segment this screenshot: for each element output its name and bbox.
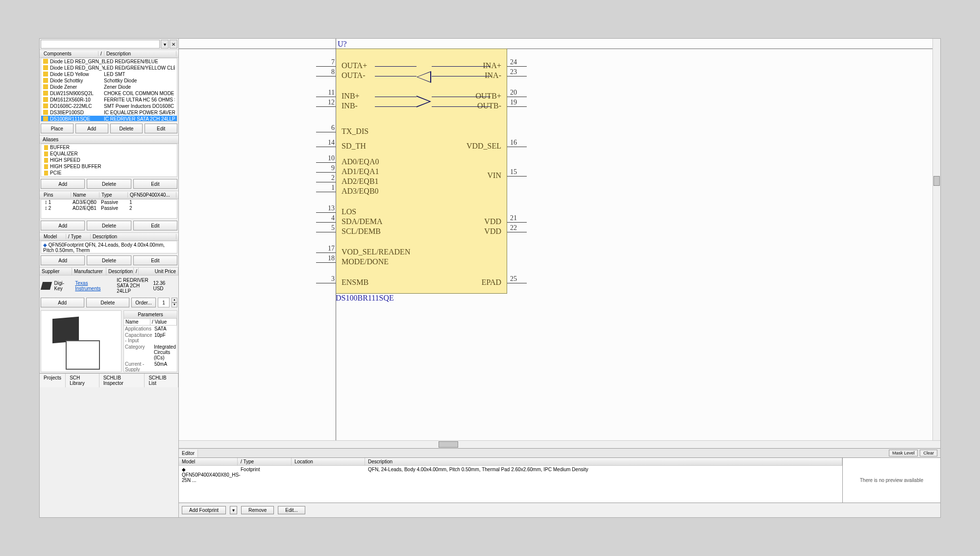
pin-stub [316,182,336,182]
pin-stub [507,176,527,177]
alias-icon [44,158,48,163]
add-footprint-dropdown-icon[interactable]: ▾ [230,506,237,514]
bottom-tab-schlib-list[interactable]: SCHLIB List [145,374,178,387]
buffer-left-icon [416,71,431,83]
mask-level-button[interactable]: Mask Level [889,450,918,456]
pin-stub [316,192,336,192]
pin-label: OUTB- [477,101,501,110]
component-icon [43,65,48,70]
no-preview-label: There is no preview available [842,458,940,503]
pin-number: 25 [510,275,517,283]
canvas-vscroll[interactable] [932,39,940,440]
application-window: ▾ ✕ Components / Description Diode LED R… [39,38,941,518]
components-add-button[interactable]: Add [75,124,108,133]
alias-icon [44,164,48,169]
component-row[interactable]: Diode LED RED_GRN_BLLED RED/GREEN/BLUE [41,58,177,65]
main-area: U? 7 OUTA+ 8 OUTA- 11 INB+ 12 INB- 6 TX_… [179,39,940,517]
pin-stub [316,66,336,67]
clear-button[interactable]: Clear [920,450,937,456]
pin-number: 5 [323,224,335,232]
add-footprint-button[interactable]: Add Footprint [182,506,226,514]
pin-stub [316,232,336,232]
schematic-canvas[interactable]: U? 7 OUTA+ 8 OUTA- 11 INB+ 12 INB- 6 TX_… [179,39,940,440]
pin-label: OUTB+ [475,92,501,101]
component-row[interactable]: Diode LED RED_GRN_YELLED RED/GREEN/YELLO… [41,65,177,71]
bottom-tab-schlib-inspector[interactable]: SCHLIB Inspector [99,374,145,387]
alias-row[interactable]: PCIE [41,170,177,176]
pin-number: 8 [323,68,335,76]
component-icon [43,72,48,76]
pin-row[interactable]: ⟟ 2AD2/EQB1Passive2 [41,205,177,211]
pin-stub [316,106,336,107]
supplier-add-button[interactable]: Add [41,298,84,307]
aliases-delete-button[interactable]: Delete [87,179,131,189]
component-row[interactable]: DS100BR111SQEIC REDRIVER SATA 2CH 24LLP [41,116,177,122]
alias-icon [44,145,48,150]
aliases-edit-button[interactable]: Edit [133,179,177,189]
component-row[interactable]: Diode ZenerZener Diode [41,84,177,90]
sidebar: ▾ ✕ Components / Description Diode LED R… [40,39,179,517]
order-qty-input[interactable] [158,298,170,307]
pin-stub [316,147,336,147]
parameters-table[interactable]: Parameters Name / Value ApplicationsSATA… [123,310,177,372]
model-list[interactable]: ◆ QFN50Footprint QFN, 24-Leads, Body 4.0… [41,241,177,253]
pin-label: SDA/DEMA [342,217,383,226]
model-add-button[interactable]: Add [41,255,85,265]
supplier-row[interactable]: Digi-Key Texas Instruments IC REDRIVER S… [40,276,178,296]
aliases-add-button[interactable]: Add [41,179,85,189]
model-delete-button[interactable]: Delete [87,255,131,265]
editor-model-row[interactable]: ◆ QFN50P400X400X80_HS-25N ... Footprint … [179,466,842,503]
pin-number: 18 [323,254,335,262]
component-row[interactable]: DS38EP100SDIC EQUALIZER POWER SAVER 6-LL… [41,109,177,116]
bottom-tab-sch-library[interactable]: SCH Library [66,374,99,387]
pin-number: 3 [323,275,335,283]
component-icon [43,59,48,64]
bottom-tab-projects[interactable]: Projects [40,374,66,387]
aliases-list[interactable]: BUFFEREQUALIZERHIGH SPEEDHIGH SPEED BUFF… [41,144,177,177]
component-icon [43,97,48,102]
component-row[interactable]: DO1608C-222MLCSMT Power Inductors DO1608… [41,103,177,109]
order-button[interactable]: Order... [131,298,156,307]
edit-button[interactable]: Edit... [278,506,305,514]
component-icon [43,91,48,96]
search-dropdown-icon[interactable]: ▾ [161,40,169,49]
alias-row[interactable]: HIGH SPEED [41,157,177,163]
components-list[interactable]: Diode LED RED_GRN_BLLED RED/GREEN/BLUEDi… [41,58,177,122]
alias-row[interactable]: HIGH SPEED BUFFER [41,163,177,170]
components-edit-button[interactable]: Edit [145,124,177,133]
pins-list[interactable]: ⟟ 1AD3/EQB0Passive1⟟ 2AD2/EQB1Passive2 [41,199,177,219]
component-row[interactable]: DLW21SN900SQ2LCHOKE COIL COMMON MODE 330… [41,90,177,97]
editor-tab[interactable]: Editor [179,450,198,457]
component-row[interactable]: Diode SchottkySchottky Diode [41,77,177,84]
components-delete-button[interactable]: Delete [110,124,143,133]
pin-number: 6 [323,124,335,132]
components-header: Components / Description [40,50,178,58]
canvas-hscroll[interactable] [179,440,940,448]
supplier-header: Supplier Manufacturer Description / Unit… [40,267,178,276]
search-input[interactable] [41,40,160,49]
alias-row[interactable]: BUFFER [41,144,177,151]
pins-delete-button[interactable]: Delete [87,221,131,230]
alias-row[interactable]: EQUALIZER [41,151,177,157]
qty-up-icon[interactable]: ▲ [172,298,177,303]
pin-row[interactable]: ⟟ 1AD3/EQB0Passive1 [41,200,177,205]
reference-designator: U? [338,40,347,49]
components-place-button[interactable]: Place [41,124,74,133]
supplier-delete-button[interactable]: Delete [86,298,130,307]
pins-add-button[interactable]: Add [41,221,85,230]
alias-icon [44,171,48,176]
pin-label: LOS [342,207,356,216]
search-clear-icon[interactable]: ✕ [170,40,177,49]
pin-label: AD2/EQB1 [342,177,379,186]
qty-down-icon[interactable]: ▼ [172,303,177,307]
pin-label: VOD_SEL/READEN [342,248,410,256]
remove-button[interactable]: Remove [241,506,274,514]
pin-stub [507,222,527,223]
component-row[interactable]: Diode LED YellowLED SMT [41,71,177,77]
model-edit-button[interactable]: Edit [133,255,177,265]
pins-edit-button[interactable]: Edit [133,221,177,230]
pin-stub [316,222,336,223]
component-row[interactable]: DM1612X560R-10FERRITE ULTRA HC 56 OHMS S… [41,97,177,103]
pin-label: EPAD [482,278,501,287]
manufacturer-link[interactable]: Texas Instruments [75,280,114,291]
